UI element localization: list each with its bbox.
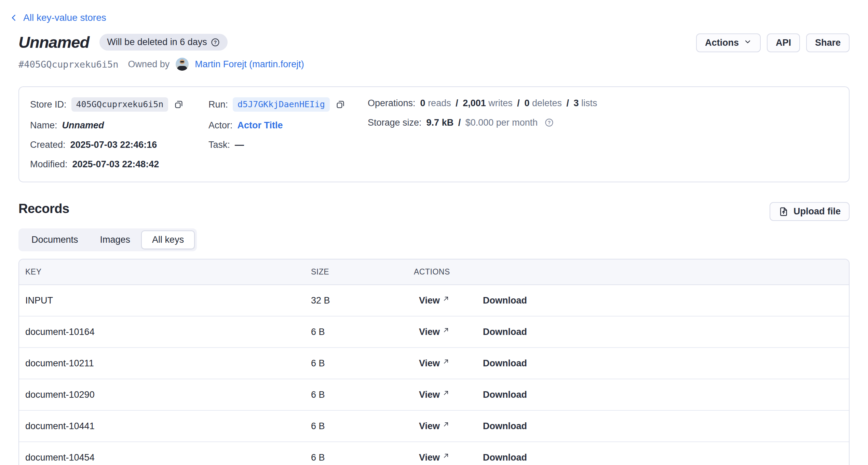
- download-label: Download: [483, 452, 527, 463]
- writes-count: 2,001: [463, 98, 486, 108]
- upload-file-icon: [778, 207, 789, 217]
- chevron-left-icon: [10, 13, 18, 22]
- view-record-button[interactable]: View: [419, 421, 449, 432]
- view-label: View: [419, 295, 440, 306]
- reads-count: 0: [420, 98, 425, 108]
- created-label: Created:: [30, 139, 66, 151]
- store-hash: #405GQcuprxeku6i5n: [18, 59, 119, 70]
- tab-all-keys[interactable]: All keys: [141, 230, 195, 249]
- page-title: Unnamed: [18, 33, 89, 52]
- ops-separator: /: [565, 98, 571, 108]
- share-button[interactable]: Share: [806, 33, 850, 52]
- api-button[interactable]: API: [767, 33, 800, 52]
- storage-separator: /: [456, 117, 463, 128]
- reads-unit: reads: [428, 98, 451, 108]
- back-link-all-kv-stores[interactable]: All key-value stores: [10, 12, 106, 23]
- header-sub-row: #405GQcuprxeku6i5n Owned by Martin Forej…: [18, 58, 850, 71]
- tab-images[interactable]: Images: [89, 230, 141, 249]
- kv-store-detail-page: All key-value stores Unnamed Will be del…: [0, 0, 868, 465]
- table-row: INPUT 32 B View Download: [19, 285, 849, 316]
- download-record-button[interactable]: Download: [483, 295, 527, 306]
- download-record-button[interactable]: Download: [483, 358, 527, 369]
- download-label: Download: [483, 358, 527, 369]
- chevron-down-icon: [744, 38, 752, 48]
- record-key: document-10211: [19, 348, 311, 379]
- download-label: Download: [483, 295, 527, 306]
- record-key: document-10441: [19, 410, 311, 442]
- store-id-chip: 405GQcuprxeku6i5n: [71, 97, 168, 112]
- view-record-button[interactable]: View: [419, 390, 449, 400]
- task-label: Task:: [208, 139, 230, 151]
- external-link-icon: [443, 420, 449, 430]
- record-size: 6 B: [311, 442, 414, 465]
- storage-cost: $0.000 per month: [465, 117, 538, 128]
- share-button-label: Share: [815, 38, 841, 48]
- download-label: Download: [483, 327, 527, 337]
- deletes-unit: deletes: [532, 98, 562, 108]
- external-link-icon: [443, 294, 449, 305]
- actor-label: Actor:: [208, 119, 233, 131]
- copy-store-id-button[interactable]: [174, 99, 184, 110]
- svg-text:?: ?: [548, 120, 551, 125]
- name-label: Name:: [30, 119, 57, 131]
- column-header-actions: ACTIONS: [414, 259, 849, 285]
- download-record-button[interactable]: Download: [483, 390, 527, 400]
- table-row: document-10441 6 B View Download: [19, 410, 849, 442]
- deletion-badge: Will be deleted in 6 days ?: [99, 34, 228, 51]
- download-record-button[interactable]: Download: [483, 327, 527, 337]
- copy-run-id-button[interactable]: [335, 99, 345, 110]
- column-header-key: KEY: [19, 259, 311, 285]
- download-record-button[interactable]: Download: [483, 421, 527, 432]
- store-id-label: Store ID:: [30, 99, 67, 110]
- records-tabs: Documents Images All keys: [18, 228, 197, 251]
- run-label: Run:: [208, 99, 228, 110]
- external-link-icon: [443, 325, 449, 336]
- writes-unit: writes: [488, 98, 513, 108]
- storage-help-icon[interactable]: ?: [544, 118, 554, 127]
- lists-count: 3: [574, 98, 579, 108]
- table-row: document-10290 6 B View Download: [19, 379, 849, 410]
- view-label: View: [419, 421, 440, 432]
- external-link-icon: [443, 388, 449, 399]
- ops-separator: /: [515, 98, 522, 108]
- records-table-body: INPUT 32 B View Download document-10164 …: [19, 285, 849, 465]
- table-header-row: KEY SIZE ACTIONS: [19, 259, 849, 285]
- view-record-button[interactable]: View: [419, 358, 449, 369]
- record-key: document-10454: [19, 442, 311, 465]
- view-record-button[interactable]: View: [419, 452, 449, 463]
- modified-value: 2025-07-03 22:48:42: [72, 158, 159, 170]
- lists-unit: lists: [581, 98, 597, 108]
- table-row: document-10454 6 B View Download: [19, 442, 849, 465]
- records-section-header: Records Upload file: [18, 201, 850, 221]
- download-label: Download: [483, 421, 527, 432]
- api-button-label: API: [776, 38, 791, 48]
- run-id-chip[interactable]: d5J7GKkjDaenHEIig: [233, 97, 330, 112]
- deletion-badge-label: Will be deleted in 6 days: [107, 37, 207, 47]
- owner-link[interactable]: Martin Forejt (martin.forejt): [195, 59, 304, 70]
- view-record-button[interactable]: View: [419, 327, 449, 337]
- help-icon[interactable]: ?: [211, 38, 220, 47]
- records-table-card: KEY SIZE ACTIONS INPUT 32 B View Downloa…: [18, 259, 850, 465]
- deletes-count: 0: [524, 98, 529, 108]
- view-label: View: [419, 452, 440, 463]
- header: Unnamed Will be deleted in 6 days ? Acti…: [18, 33, 850, 52]
- actions-button[interactable]: Actions: [696, 33, 761, 52]
- column-header-size: SIZE: [311, 259, 414, 285]
- ops-separator: /: [453, 98, 460, 108]
- actor-link[interactable]: Actor Title: [238, 119, 283, 131]
- download-record-button[interactable]: Download: [483, 452, 527, 463]
- owner-avatar: [176, 58, 189, 71]
- record-size: 6 B: [311, 348, 414, 379]
- back-link-label: All key-value stores: [23, 12, 106, 23]
- record-size: 32 B: [311, 285, 414, 316]
- record-key: document-10290: [19, 379, 311, 410]
- storage-size: 9.7 kB: [426, 117, 454, 128]
- tab-documents[interactable]: Documents: [21, 230, 89, 249]
- external-link-icon: [443, 451, 449, 462]
- upload-file-button[interactable]: Upload file: [770, 202, 850, 221]
- record-size: 6 B: [311, 316, 414, 348]
- view-record-button[interactable]: View: [419, 295, 449, 306]
- view-label: View: [419, 327, 440, 337]
- operations-row: Operations: 0 reads / 2,001 writes / 0 d…: [368, 97, 597, 109]
- storage-label: Storage size:: [368, 117, 422, 128]
